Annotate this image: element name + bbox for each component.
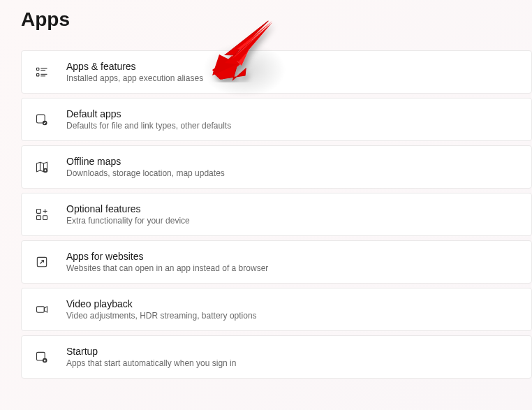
apps-features-icon [34,64,50,80]
svg-rect-0 [37,68,39,70]
item-title: Startup [66,346,236,357]
item-text: Offline maps Downloads, storage location… [66,156,225,178]
settings-item-optional-features[interactable]: Optional features Extra functionality fo… [21,193,532,236]
item-text: Apps & features Installed apps, app exec… [66,61,203,83]
item-desc: Websites that can open in an app instead… [66,263,268,273]
item-desc: Video adjustments, HDR streaming, batter… [66,311,257,321]
item-title: Default apps [66,108,231,119]
video-playback-icon [34,302,50,317]
svg-rect-13 [43,216,47,220]
svg-rect-1 [37,74,39,76]
settings-item-video-playback[interactable]: Video playback Video adjustments, HDR st… [21,288,532,331]
startup-icon [34,349,50,365]
item-title: Optional features [66,203,190,214]
svg-rect-11 [37,210,41,214]
item-title: Apps & features [66,61,203,72]
page-title: Apps [21,8,532,31]
item-title: Video playback [66,298,257,309]
settings-item-apps-features[interactable]: Apps & features Installed apps, app exec… [21,50,532,94]
item-title: Apps for websites [66,251,268,262]
item-title: Offline maps [66,156,225,167]
apps-websites-icon [34,254,50,270]
item-desc: Downloads, storage location, map updates [66,168,225,178]
default-apps-icon [34,112,50,127]
offline-maps-icon [34,159,50,175]
settings-item-startup[interactable]: Startup Apps that start automatically wh… [21,335,532,379]
item-text: Default apps Defaults for file and link … [66,108,231,131]
item-text: Startup Apps that start automatically wh… [66,346,236,368]
item-text: Video playback Video adjustments, HDR st… [66,298,257,321]
settings-list: Apps & features Installed apps, app exec… [21,50,532,381]
item-desc: Apps that start automatically when you s… [66,358,236,368]
settings-item-apps-websites[interactable]: Apps for websites Websites that can open… [21,240,532,284]
optional-features-icon [34,207,50,222]
svg-rect-12 [37,216,41,220]
item-text: Apps for websites Websites that can open… [66,251,268,273]
item-desc: Defaults for file and link types, other … [66,121,231,131]
settings-item-default-apps[interactable]: Default apps Defaults for file and link … [21,98,532,141]
settings-item-offline-maps[interactable]: Offline maps Downloads, storage location… [21,145,532,189]
item-text: Optional features Extra functionality fo… [66,203,190,226]
item-desc: Extra functionality for your device [66,216,190,226]
item-desc: Installed apps, app execution aliases [66,73,203,83]
svg-rect-17 [37,307,45,312]
